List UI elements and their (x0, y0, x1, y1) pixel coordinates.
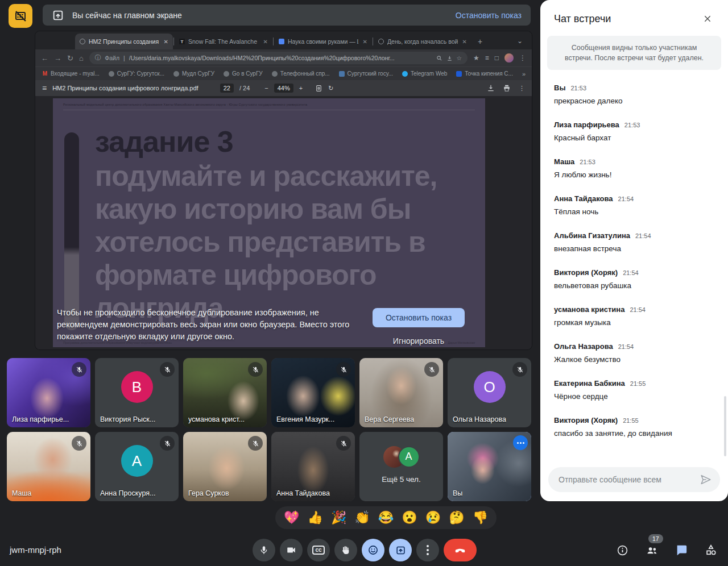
ignore-button[interactable]: Игнорировать (393, 336, 444, 346)
stop-presenting-link[interactable]: Остановить показ (456, 11, 522, 20)
browser-tab-3: Наука своими руками — Loo ✕ (274, 34, 372, 49)
present-button[interactable] (389, 539, 412, 561)
more-options-icon (427, 545, 429, 555)
browser-address-row: ← → ↻ ⌂ ⓘ Файл | /Users/daria.myalkovska… (35, 49, 532, 66)
reaction-thumbs-down[interactable]: 👎 (473, 511, 488, 524)
reaction-heart[interactable]: 💖 (284, 511, 299, 524)
participants-button[interactable]: 17 (644, 539, 660, 561)
more-people-avatars: A (383, 446, 420, 468)
tile-vera[interactable]: Вера Сергеева (359, 358, 443, 427)
bookmarks-overflow-icon: » (522, 70, 526, 77)
shared-screen: HM2 Принципы создания ци ✕ T Snow Fall: … (35, 31, 532, 349)
reload-icon: ↻ (67, 54, 73, 63)
tab-search-chevron-icon: ⌄ (511, 37, 528, 49)
tile-you[interactable]: Вы (448, 432, 531, 501)
leave-call-button[interactable] (444, 539, 477, 561)
chat-message: Альбина Гизатулина21:54 внезапная встреч… (554, 231, 714, 253)
message-text: внезапная встреча (554, 244, 714, 253)
message-time: 21:55 (623, 417, 639, 424)
activities-button[interactable] (703, 539, 719, 561)
tile-gera[interactable]: Гера Сурков (183, 432, 267, 501)
divider: | (123, 55, 125, 61)
tab-favicon: T (179, 39, 185, 44)
message-time: 21:54 (618, 195, 634, 202)
reaction-laugh[interactable]: 😂 (378, 511, 394, 524)
reaction-cry[interactable]: 😢 (425, 511, 441, 524)
tab-favicon (378, 39, 384, 44)
chat-message: Екатерина Бабкина21:55 Чёрное сердце (554, 379, 714, 401)
more-options-button[interactable] (416, 539, 439, 561)
close-chat-button[interactable] (701, 12, 714, 26)
reactions-button[interactable] (362, 539, 384, 561)
reaction-thumbs-up[interactable]: 👍 (307, 511, 322, 524)
participant-avatar: О (474, 371, 506, 403)
tile-masha[interactable]: Маша (7, 432, 90, 501)
tile-anna-t[interactable]: Анна Тайдакова (271, 432, 355, 501)
captions-button[interactable]: cc (307, 539, 330, 561)
tile-anna-p[interactable]: А Анна Проскуря... (95, 432, 179, 501)
chat-input-container (548, 467, 720, 492)
tile-more-people[interactable]: A Ещё 5 чел. (359, 432, 443, 501)
mic-button[interactable] (253, 539, 275, 561)
tile-options-button[interactable] (513, 435, 528, 450)
call-controls: cc (253, 539, 477, 561)
bookmark-item: Телефонный спр... (272, 70, 330, 77)
site-icon (109, 71, 114, 77)
camera-button[interactable] (280, 539, 303, 561)
message-time: 21:54 (623, 269, 639, 276)
send-message-button[interactable] (700, 473, 712, 486)
meeting-details-button[interactable] (614, 539, 630, 561)
zoom-in-icon: + (299, 85, 303, 91)
message-text: Тёплая ночь (554, 207, 714, 216)
people-icon (646, 544, 659, 557)
slide-header-text: Региональный модельный центр дополнитель… (63, 103, 475, 110)
participant-count-badge: 17 (648, 534, 663, 543)
participant-name: Анна Тайдакова (276, 489, 330, 497)
reaction-thinking[interactable]: 🤔 (449, 511, 464, 524)
tab-title: Snow Fall: The Avalanche at T (188, 38, 259, 45)
chat-message-input[interactable] (559, 475, 695, 484)
raise-hand-button[interactable] (334, 539, 357, 561)
tile-viktoria-r[interactable]: В Виктория Рыск... (95, 358, 179, 427)
tile-olga[interactable]: О Ольга Назарова (448, 358, 531, 427)
address-bar: ⓘ Файл | /Users/daria.myalkovskaya/Downl… (89, 52, 468, 64)
chat-message-list: Вы21:53 прекрасное далеко Лиза парфирьев… (540, 70, 728, 438)
mic-off-icon (160, 362, 175, 377)
tab-close-icon: ✕ (362, 39, 367, 45)
side-panel-icon: □ (495, 54, 499, 62)
participant-name: Маша (12, 489, 32, 497)
reactions-bar: 💖 👍 🎉 👏 😂 😮 😢 🤔 👎 (275, 506, 497, 529)
chat-message: Виктория (Хоряк)21:55 спасибо за занятие… (554, 416, 714, 438)
presenting-app-icon[interactable] (9, 4, 32, 28)
chat-message: Лиза парфирьева21:53 Красный бархат (554, 120, 714, 142)
mic-off-icon (424, 362, 439, 377)
mic-off-icon (336, 436, 351, 451)
tab-title: День, когда началась война (387, 38, 458, 45)
chat-scrollbar[interactable] (724, 396, 726, 456)
extension-pin-icon: ★ (473, 54, 479, 62)
message-time: 21:55 (630, 380, 646, 387)
reaction-party[interactable]: 🎉 (331, 511, 346, 524)
tile-usmanova[interactable]: усманова крист... (183, 358, 267, 427)
reaction-clap[interactable]: 👏 (354, 511, 370, 524)
chat-button[interactable] (673, 539, 689, 561)
participant-name: Вы (453, 489, 462, 497)
tile-evgenia[interactable]: Евгения Мазурк... (271, 358, 355, 427)
bookmark-item: Точка кипения С... (456, 70, 513, 77)
bookmark-item: Сургутский госу... (339, 70, 393, 77)
chat-panel: Чат встречи Сообщения видны только участ… (540, 0, 728, 501)
stop-presenting-button[interactable]: Остановить показ (373, 308, 465, 327)
mic-off-icon (160, 436, 175, 451)
pdf-toolbar: ≡ HM2 Принципы создания цифрового лонгри… (35, 80, 532, 96)
message-sender: Виктория (Хоряк) (554, 268, 618, 277)
browser-menu-icon: ⋮ (519, 54, 526, 62)
tile-liza[interactable]: Лиза парфирье... (7, 358, 90, 427)
profile-avatar (504, 53, 514, 63)
close-icon (703, 14, 712, 23)
site-icon (173, 71, 179, 77)
smiley-icon (367, 544, 379, 556)
reaction-surprised[interactable]: 😮 (402, 511, 417, 524)
pdf-download-icon (487, 84, 495, 92)
pdf-menu-icon: ≡ (42, 84, 47, 93)
mic-off-icon (336, 362, 351, 377)
